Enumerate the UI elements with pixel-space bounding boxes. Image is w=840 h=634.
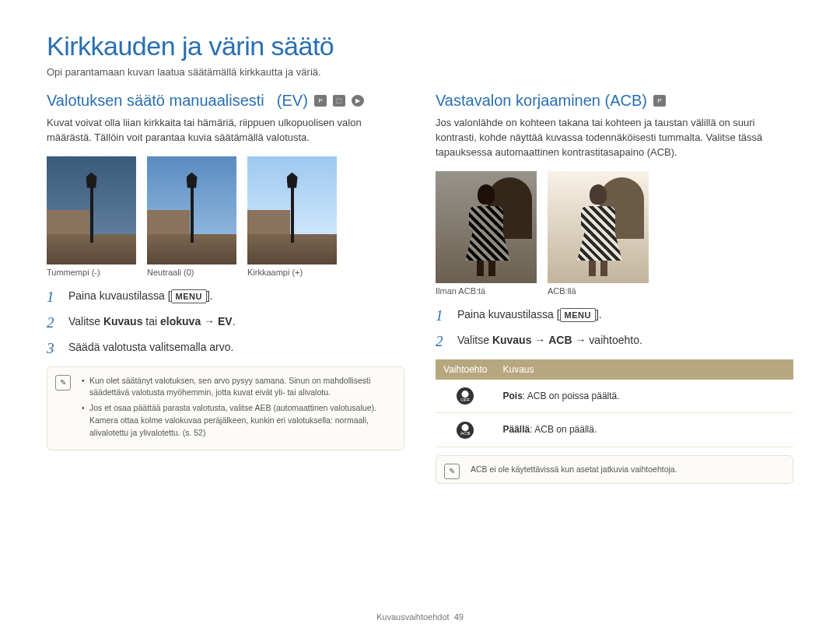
ev-step-1: Paina kuvaustilassa [MENU]. — [47, 288, 404, 304]
thumb-neutral-image — [147, 156, 236, 264]
table-row: ⬤OFF Pois: ACB on poissa päältä. — [436, 380, 793, 413]
ev-note-box: ✎ Kun olet säätänyt valotuksen, sen arvo… — [47, 366, 404, 451]
note-icon: ✎ — [55, 375, 71, 391]
acb-off-rest: : ACB on poissa päältä. — [523, 391, 620, 401]
ev-heading: Valotuksen säätö manuaalisesti (EV) P ⬚ … — [47, 92, 404, 110]
ev-step-1-post: ]. — [207, 289, 213, 302]
thumb-neutral-caption: Neutraali (0) — [147, 264, 236, 277]
ev-step-1-pre: Paina kuvaustilassa [ — [68, 289, 171, 302]
acb-off-bold: Pois — [503, 391, 523, 401]
left-column: Valotuksen säätö manuaalisesti (EV) P ⬚ … — [47, 92, 404, 484]
ev-step-2-post: . — [233, 315, 236, 328]
ev-paragraph: Kuvat voivat olla liian kirkkaita tai hä… — [47, 116, 404, 145]
acb-step-1-post: ]. — [596, 308, 602, 321]
acb-steps: Paina kuvaustilassa [MENU]. Valitse Kuva… — [436, 306, 793, 349]
ev-note-2: Jos et osaa päättää parasta valotusta, v… — [82, 402, 394, 439]
table-cell-off: Pois: ACB on poissa päältä. — [495, 380, 794, 413]
acb-paragraph: Jos valonlähde on kohteen takana tai koh… — [436, 116, 793, 160]
thumb-with-acb-image — [548, 171, 649, 283]
mode-icon-p: P — [314, 95, 327, 107]
right-column: Vastavalon korjaaminen (ACB) P Jos valon… — [436, 92, 793, 484]
ev-heading-line1: Valotuksen säätö manuaalisesti — [47, 92, 264, 110]
acb-option-table: Vaihtoehto Kuvaus ⬤OFF Pois: ACB on pois… — [436, 359, 793, 447]
table-head-desc: Kuvaus — [495, 359, 794, 380]
acb-heading: Vastavalon korjaaminen (ACB) P — [436, 92, 793, 110]
thumb-with-acb-caption: ACB:llä — [548, 283, 649, 296]
thumb-darker-image — [47, 156, 136, 264]
menu-button-label-2: MENU — [560, 308, 596, 323]
ev-step-2: Valitse Kuvaus tai elokuva → EV. — [47, 313, 404, 330]
thumb-darker: Tummempi (-) — [47, 156, 136, 277]
acb-step-2-pre: Valitse — [457, 334, 492, 346]
thumb-with-acb: ACB:llä — [548, 171, 649, 296]
thumb-darker-caption: Tummempi (-) — [47, 264, 136, 277]
ev-note-1: Kun olet säätänyt valotuksen, sen arvo p… — [82, 375, 394, 400]
acb-step-2: Valitse Kuvaus → ACB → vaihtoehto. — [436, 332, 793, 349]
acb-thumb-row: Ilman ACB:tä ACB:llä — [436, 171, 793, 296]
acb-step-1: Paina kuvaustilassa [MENU]. — [436, 306, 793, 323]
page-intro: Opi parantamaan kuvan laatua säätämällä … — [47, 66, 793, 78]
thumb-brighter-image — [247, 156, 337, 264]
acb-step-2-a1: → — [531, 334, 548, 346]
mode-icon-dual: ⬚ — [333, 95, 345, 107]
acb-off-icon: ⬤OFF — [454, 387, 476, 405]
acb-step-2-a2: → vaihtoehto. — [572, 334, 642, 346]
acb-heading-text: Vastavalon korjaaminen (ACB) — [436, 92, 647, 110]
thumb-brighter: Kirkkaampi (+) — [247, 156, 337, 277]
ev-step-2-b2: elokuva — [160, 315, 201, 328]
footer-section: Kuvausvaihtoehdot — [376, 612, 450, 622]
thumb-brighter-caption: Kirkkaampi (+) — [247, 264, 337, 277]
menu-button-label: MENU — [171, 289, 207, 304]
ev-step-2-b1: Kuvaus — [103, 315, 143, 328]
acb-on-bold: Päällä — [503, 424, 530, 435]
ev-step-2-mid: tai — [142, 315, 160, 328]
mode-icon-p-2: P — [653, 95, 666, 107]
acb-note-box: ✎ ACB ei ole käytettävissä kun asetat ja… — [436, 455, 793, 485]
acb-on-icon: ⬤ACB — [454, 421, 476, 439]
ev-step-2-b3: EV — [218, 315, 233, 328]
acb-on-rest: : ACB on päällä. — [530, 424, 597, 435]
page-footer: Kuvausvaihtoehdot 49 — [0, 612, 840, 622]
thumb-without-acb-image — [436, 171, 537, 283]
page-title: Kirkkauden ja värin säätö — [47, 31, 793, 61]
acb-step-2-b2: ACB — [548, 334, 572, 346]
thumb-without-acb-caption: Ilman ACB:tä — [436, 283, 537, 296]
table-head-option: Vaihtoehto — [436, 359, 495, 380]
footer-page-number: 49 — [454, 612, 464, 622]
acb-note-text: ACB ei ole käytettävissä kun asetat jatk… — [471, 464, 677, 474]
ev-step-2-arrow: → — [201, 315, 218, 328]
ev-step-2-pre: Valitse — [68, 315, 103, 328]
ev-steps: Paina kuvaustilassa [MENU]. Valitse Kuva… — [47, 288, 404, 356]
acb-step-2-b1: Kuvaus — [492, 334, 532, 346]
ev-step-3: Säädä valotusta valitsemalla arvo. — [47, 339, 404, 356]
acb-step-1-pre: Paina kuvaustilassa [ — [457, 308, 560, 321]
thumb-neutral: Neutraali (0) — [147, 156, 236, 277]
mode-icon-movie: ▶ — [352, 95, 364, 107]
thumb-without-acb: Ilman ACB:tä — [436, 171, 537, 296]
note-icon-2: ✎ — [444, 464, 460, 479]
table-cell-on: Päällä: ACB on päällä. — [495, 413, 794, 447]
ev-thumb-row: Tummempi (-) Neutraali (0) Kirkkaampi (+… — [47, 156, 404, 277]
ev-heading-line2: (EV) — [277, 92, 308, 110]
table-row: ⬤ACB Päällä: ACB on päällä. — [436, 413, 793, 447]
